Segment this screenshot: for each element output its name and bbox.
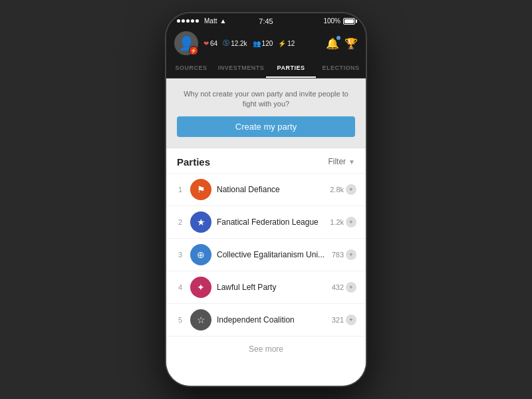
party-count-value: 321 <box>332 316 344 324</box>
party-avatar-5: ☆ <box>190 309 211 331</box>
signal-dots <box>177 19 199 23</box>
battery-icon <box>343 18 355 25</box>
party-count-value: 783 <box>332 251 344 259</box>
add-party-button-5[interactable]: + <box>346 315 356 325</box>
party-name: National Defiance <box>217 185 325 194</box>
people-icon: 👥 <box>253 40 261 47</box>
phone-frame: Matt ▲ 7:45 100% 👤 ⚡ ❤ 64 Ⓢ <box>166 13 366 386</box>
status-right: 100% <box>323 17 355 25</box>
party-name: Fanatical Federation League <box>217 217 325 227</box>
avatar-badge: ⚡ <box>189 46 198 55</box>
list-item[interactable]: 3 ⊕ Collective Egalitarianism Uni... 783… <box>166 238 366 271</box>
add-party-button-2[interactable]: + <box>346 217 356 227</box>
status-bar: Matt ▲ 7:45 100% <box>166 13 366 27</box>
tab-investments[interactable]: INVESTMENTS <box>216 59 266 78</box>
carrier-label: Matt <box>204 17 217 25</box>
party-count: 783 + <box>332 249 356 260</box>
filter-label: Filter <box>328 157 346 166</box>
party-count-value: 1.2k <box>330 218 344 226</box>
party-count-value: 2.8k <box>330 186 344 194</box>
tab-sources[interactable]: SOURCES <box>166 59 216 78</box>
party-avatar-1: ⚑ <box>190 179 211 200</box>
list-item[interactable]: 1 ⚑ National Defiance 2.8k + <box>166 173 366 205</box>
party-rank: 5 <box>176 316 185 324</box>
parties-section: Parties Filter ▼ 1 ⚑ National Defiance 2… <box>166 148 366 386</box>
party-count: 321 + <box>332 315 356 325</box>
filter-button[interactable]: Filter ▼ <box>328 157 355 166</box>
stat-lightning: ⚡ 12 <box>278 40 295 47</box>
user-avatar-container[interactable]: 👤 ⚡ <box>174 31 198 55</box>
promo-text: Why not create your own party and invite… <box>177 89 355 110</box>
party-promo: Why not create your own party and invite… <box>166 78 366 148</box>
tab-elections[interactable]: ELECTIONS <box>316 59 366 78</box>
party-count: 1.2k + <box>330 217 356 227</box>
header-actions: 🔔 🏆 <box>326 37 358 50</box>
party-avatar-2: ★ <box>190 211 211 233</box>
see-more-button[interactable]: See more <box>166 336 366 362</box>
party-list: 1 ⚑ National Defiance 2.8k + 2 ★ Fanatic… <box>166 173 366 336</box>
party-avatar-3: ⊕ <box>190 244 211 265</box>
nav-tabs: SOURCES INVESTMENTS PARTIES ELECTIONS <box>166 59 366 78</box>
party-name: Lawful Left Party <box>217 283 327 292</box>
stat-people: 👥 120 <box>253 40 273 47</box>
lightning-icon: ⚡ <box>278 40 286 47</box>
stat-likes-value: 64 <box>210 40 217 47</box>
party-avatar-4: ✦ <box>190 277 211 298</box>
party-rank: 2 <box>176 218 185 226</box>
party-rank: 3 <box>176 251 185 259</box>
party-rank: 4 <box>176 283 185 291</box>
party-name: Independent Coalition <box>217 315 327 325</box>
content-area: Why not create your own party and invite… <box>166 78 366 386</box>
stats-bar: ❤ 64 Ⓢ 12.2k 👥 120 ⚡ 12 <box>203 39 321 48</box>
notification-dot <box>336 36 340 40</box>
wifi-icon: ▲ <box>219 17 226 25</box>
stat-lightning-value: 12 <box>287 40 295 47</box>
stat-money: Ⓢ 12.2k <box>223 39 247 48</box>
party-name: Collective Egalitarianism Uni... <box>217 250 327 259</box>
heart-icon: ❤ <box>203 40 209 47</box>
app-header: 👤 ⚡ ❤ 64 Ⓢ 12.2k 👥 120 ⚡ 12 <box>166 27 366 59</box>
party-count-value: 432 <box>332 283 344 291</box>
party-count: 2.8k + <box>330 184 356 195</box>
add-party-button-3[interactable]: + <box>346 249 356 260</box>
list-item[interactable]: 4 ✦ Lawful Left Party 432 + <box>166 271 366 303</box>
notification-bell-icon[interactable]: 🔔 <box>326 37 339 50</box>
stat-people-value: 120 <box>262 40 273 47</box>
tab-parties[interactable]: PARTIES <box>266 59 316 78</box>
add-party-button-1[interactable]: + <box>346 184 356 195</box>
money-icon: Ⓢ <box>223 39 229 48</box>
parties-header: Parties Filter ▼ <box>166 148 366 173</box>
filter-arrow-icon: ▼ <box>348 158 355 166</box>
parties-title: Parties <box>177 156 210 168</box>
battery-percentage: 100% <box>323 17 340 25</box>
stat-likes: ❤ 64 <box>203 40 217 47</box>
badge-lightning-icon: ⚡ <box>190 48 197 54</box>
create-party-button[interactable]: Create my party <box>177 116 355 137</box>
party-rank: 1 <box>176 186 185 194</box>
status-time: 7:45 <box>259 17 273 25</box>
list-item[interactable]: 2 ★ Fanatical Federation League 1.2k + <box>166 205 366 238</box>
status-left: Matt ▲ <box>177 17 226 25</box>
trophy-icon[interactable]: 🏆 <box>344 37 358 50</box>
add-party-button-4[interactable]: + <box>346 282 356 293</box>
list-item[interactable]: 5 ☆ Independent Coalition 321 + <box>166 303 366 336</box>
stat-money-value: 12.2k <box>231 40 247 47</box>
party-count: 432 + <box>332 282 356 293</box>
